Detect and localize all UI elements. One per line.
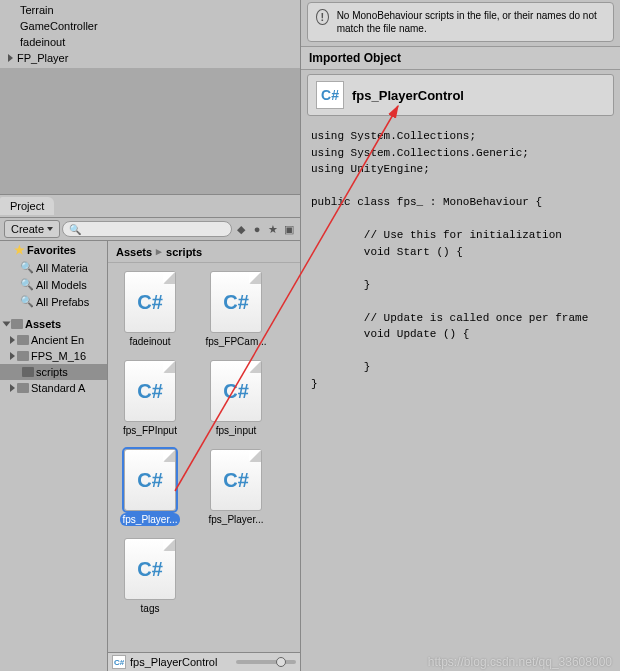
asset-item[interactable]: C#fps_input	[202, 360, 270, 437]
object-name: fps_PlayerControl	[352, 88, 464, 103]
asset-item[interactable]: C#fps_Player...	[116, 449, 184, 526]
expand-icon[interactable]	[10, 352, 15, 360]
favorite-item[interactable]: 🔍All Prefabs	[0, 293, 107, 310]
asset-item[interactable]: C#fps_FPCam...	[202, 271, 270, 348]
watermark: https://blog.csdn.net/qq_33608000	[428, 655, 612, 669]
expand-icon[interactable]	[8, 54, 13, 62]
save-search-icon[interactable]: ▣	[282, 222, 296, 236]
folder-icon	[11, 319, 23, 329]
warning-box: ! No MonoBehaviour scripts in the file, …	[307, 2, 614, 42]
folder-icon	[22, 367, 34, 377]
footer-filename: fps_PlayerControl	[130, 656, 217, 668]
asset-label: fps_Player...	[206, 513, 265, 526]
asset-grid[interactable]: C#fadeinoutC#fps_FPCam...C#fps_FPInputC#…	[108, 263, 300, 652]
favorite-icon[interactable]: ★	[266, 222, 280, 236]
panel-tabs: Project	[0, 195, 300, 218]
warning-text: No MonoBehaviour scripts in the file, or…	[337, 9, 605, 35]
object-header: C# fps_PlayerControl	[307, 74, 614, 116]
project-footer: C# fps_PlayerControl	[108, 652, 300, 671]
csharp-file-icon: C#	[124, 449, 176, 511]
asset-label: fadeinout	[127, 335, 172, 348]
hierarchy-item[interactable]: fadeinout	[0, 34, 300, 50]
asset-label: fps_input	[214, 424, 259, 437]
hierarchy-item[interactable]: GameController	[0, 18, 300, 34]
expand-icon[interactable]	[3, 322, 11, 327]
csharp-icon: C#	[316, 81, 344, 109]
search-icon: 🔍	[20, 261, 34, 274]
asset-item[interactable]: C#fadeinout	[116, 271, 184, 348]
icon-size-slider[interactable]	[236, 660, 296, 664]
code-preview: using System.Collections; using System.C…	[301, 120, 620, 400]
folder-icon	[17, 383, 29, 393]
favorite-item[interactable]: 🔍All Materia	[0, 259, 107, 276]
tab-project[interactable]: Project	[0, 197, 54, 215]
hierarchy-item[interactable]: Terrain	[0, 2, 300, 18]
expand-icon[interactable]	[10, 384, 15, 392]
folder-icon	[17, 335, 29, 345]
asset-label: tags	[139, 602, 162, 615]
folder-icon	[17, 351, 29, 361]
favorite-item[interactable]: 🔍All Models	[0, 276, 107, 293]
csharp-file-icon: C#	[210, 449, 262, 511]
project-toolbar: Create 🔍 ◆ ● ★ ▣	[0, 218, 300, 241]
inspector-panel: ! No MonoBehaviour scripts in the file, …	[300, 0, 620, 671]
project-panel: Project Create 🔍 ◆ ● ★ ▣ ★Favorites 🔍All…	[0, 194, 300, 671]
expand-icon[interactable]	[10, 336, 15, 344]
warning-icon: !	[316, 9, 329, 25]
csharp-file-icon: C#	[124, 360, 176, 422]
breadcrumb-item[interactable]: Assets	[116, 246, 152, 258]
breadcrumb: Assets ▸ scripts	[108, 241, 300, 263]
project-sidebar: ★Favorites 🔍All Materia 🔍All Models 🔍All…	[0, 241, 108, 671]
favorites-header[interactable]: ★Favorites	[0, 241, 107, 259]
csharp-file-icon: C#	[210, 271, 262, 333]
chevron-icon: ▸	[156, 245, 162, 258]
breadcrumb-item[interactable]: scripts	[166, 246, 202, 258]
search-icon: 🔍	[20, 278, 34, 291]
folder-item[interactable]: FPS_M_16	[0, 348, 107, 364]
asset-item[interactable]: C#fps_Player...	[202, 449, 270, 526]
search-icon: 🔍	[20, 295, 34, 308]
assets-header[interactable]: Assets	[0, 316, 107, 332]
csharp-icon: C#	[112, 655, 126, 669]
search-input[interactable]: 🔍	[62, 221, 232, 237]
hierarchy-panel: Terrain GameController fadeinout FP_Play…	[0, 0, 300, 68]
dropdown-icon	[47, 227, 53, 231]
hierarchy-item[interactable]: FP_Player	[0, 50, 300, 66]
csharp-file-icon: C#	[124, 538, 176, 600]
slider-thumb[interactable]	[276, 657, 286, 667]
asset-label: fps_FPCam...	[203, 335, 268, 348]
section-title: Imported Object	[301, 46, 620, 70]
asset-label: fps_Player...	[120, 513, 179, 526]
star-icon: ★	[14, 243, 25, 257]
label-icon[interactable]: ●	[250, 222, 264, 236]
project-content: Assets ▸ scripts C#fadeinoutC#fps_FPCam.…	[108, 241, 300, 671]
asset-label: fps_FPInput	[121, 424, 179, 437]
asset-item[interactable]: C#tags	[116, 538, 184, 615]
filter-icon[interactable]: ◆	[234, 222, 248, 236]
asset-item[interactable]: C#fps_FPInput	[116, 360, 184, 437]
folder-item[interactable]: Ancient En	[0, 332, 107, 348]
folder-item[interactable]: scripts	[0, 364, 107, 380]
csharp-file-icon: C#	[210, 360, 262, 422]
create-button[interactable]: Create	[4, 220, 60, 238]
csharp-file-icon: C#	[124, 271, 176, 333]
folder-item[interactable]: Standard A	[0, 380, 107, 396]
